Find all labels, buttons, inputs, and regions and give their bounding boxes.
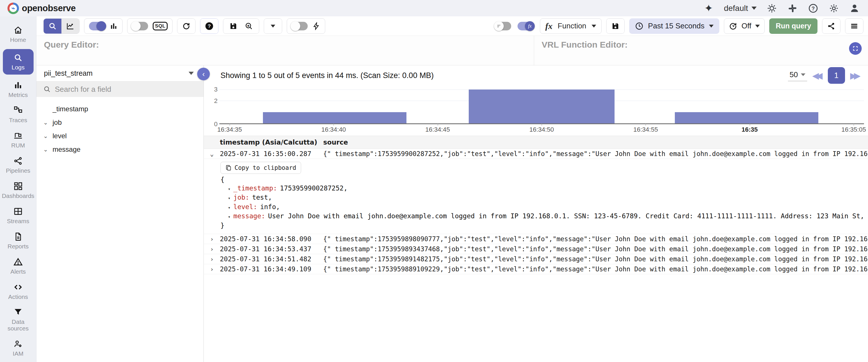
expand-row-icon[interactable]: › — [204, 245, 220, 253]
chevron-down-icon — [755, 25, 760, 28]
field-item-timestamp[interactable]: _timestamp — [36, 102, 204, 116]
collapse-row-icon[interactable]: ⌄ — [204, 150, 220, 158]
table-row[interactable]: › 2025-07-31 16:34:51.482 {"_timestamp":… — [204, 254, 868, 264]
visualize-mode-button[interactable] — [61, 19, 79, 34]
field-search-input[interactable] — [55, 85, 197, 94]
reset-filters-button[interactable] — [177, 19, 195, 34]
function-dropdown[interactable]: fx Function — [540, 19, 601, 34]
more-options-button[interactable] — [845, 19, 863, 34]
sidebar-item-logs[interactable]: Logs — [3, 49, 34, 74]
saved-views-dropdown[interactable] — [264, 19, 282, 34]
run-query-button[interactable]: Run query — [769, 19, 817, 34]
x-axis-label: 16:35 — [742, 126, 758, 133]
page-size-select[interactable]: 50 — [788, 70, 807, 81]
field-item-message[interactable]: ⌄ message — [36, 142, 204, 156]
auto-refresh-dropdown[interactable]: Off — [724, 19, 765, 34]
saved-searches-button[interactable]: ★ — [241, 19, 259, 34]
sidebar-item-rum[interactable]: RUM — [2, 129, 35, 150]
expand-editor-button[interactable] — [849, 42, 862, 55]
field-item-job[interactable]: ⌄ job — [36, 116, 204, 129]
sidebar-item-label: Pipelines — [6, 167, 30, 174]
app-header: openobserve ✦ default ? — [0, 0, 868, 17]
help-icon[interactable]: ? — [808, 3, 818, 14]
table-row[interactable]: › 2025-07-31 16:34:53.437 {"_timestamp":… — [204, 244, 868, 254]
events-histogram[interactable]: 023 16:34:3516:34:4016:34:4516:34:5016:3… — [204, 86, 868, 133]
table-row[interactable]: › 2025-07-31 16:34:58.090 {"_timestamp":… — [204, 234, 868, 244]
sidebar-item-label: Metrics — [8, 92, 28, 98]
theme-toggle-icon[interactable] — [766, 3, 777, 14]
current-page-button[interactable]: 1 — [828, 67, 845, 84]
sidebar-item-dashboards[interactable]: Dashboards — [2, 179, 35, 201]
prev-page-button[interactable]: ◀◀ — [812, 71, 823, 80]
histogram-plot[interactable] — [219, 90, 864, 124]
expand-row-icon[interactable]: › — [204, 256, 220, 263]
histogram-bar[interactable] — [469, 90, 614, 123]
sidebar-item-home[interactable]: Home — [2, 24, 35, 45]
table-row[interactable]: › 2025-07-31 16:34:49.109 {"_timestamp":… — [204, 264, 868, 274]
x-axis-tick — [229, 123, 230, 126]
brand[interactable]: openobserve — [7, 3, 75, 14]
sidebar-item-traces[interactable]: Traces — [2, 104, 35, 125]
time-range-picker[interactable]: Past 15 Seconds — [629, 19, 720, 34]
sql-mode-toggle[interactable] — [132, 22, 148, 30]
sidebar-item-iam[interactable]: IAM — [2, 337, 35, 359]
sidebar-item-metrics[interactable]: Metrics — [2, 78, 35, 100]
stream-selector[interactable]: pii_test_stream — [36, 65, 204, 81]
table-row[interactable]: ⌄ 2025-07-31 16:35:00.287 {"_timestamp":… — [204, 149, 868, 159]
next-page-button[interactable]: ▶▶ — [850, 71, 861, 80]
sidebar-nav: Home Logs Metrics Traces RUM Pipelines D… — [0, 17, 36, 362]
vrl-function-editor[interactable]: VRL Function Editor: — [534, 36, 868, 65]
json-key: _timestamp: — [234, 184, 277, 193]
expand-row-icon[interactable]: › — [204, 266, 220, 273]
sparkle-ai-icon[interactable]: ✦ — [703, 3, 714, 14]
json-entry[interactable]: ▾ job: test, — [220, 193, 868, 203]
expand-row-icon[interactable]: › — [204, 235, 220, 243]
sidebar-item-alerts[interactable]: Alerts — [2, 255, 35, 276]
save-search-button[interactable] — [223, 19, 241, 34]
chevron-down-icon: ▾ — [228, 194, 230, 203]
search-mode-button[interactable] — [43, 19, 61, 34]
chevron-down-icon: ▾ — [228, 213, 230, 222]
copy-to-clipboard-button[interactable]: Copy to clipboard — [220, 162, 301, 174]
json-key: job: — [234, 193, 249, 202]
query-help-button[interactable]: ? — [200, 19, 218, 34]
sidebar-item-actions[interactable]: Actions — [2, 281, 35, 302]
sidebar-item-data-sources[interactable]: Data sources — [2, 306, 35, 333]
x-axis-label: 16:34:35 — [217, 126, 242, 133]
sidebar-item-label: Alerts — [10, 268, 26, 275]
x-axis-label: 16:34:45 — [425, 126, 450, 133]
org-selector[interactable]: default — [724, 4, 756, 13]
lightning-icon — [312, 22, 320, 30]
quick-mode-toggle[interactable] — [291, 22, 308, 30]
histogram-icon — [110, 22, 118, 30]
settings-gear-icon[interactable] — [828, 3, 839, 14]
chevron-down-icon — [709, 25, 714, 28]
save-function-button[interactable] — [607, 19, 624, 34]
collapse-fields-panel-button[interactable]: ‹ — [197, 68, 210, 80]
share-link-button[interactable] — [823, 19, 840, 34]
vrl-editor-toggle[interactable]: fx — [518, 22, 534, 30]
json-entry[interactable]: ▾ _timestamp: 1753959900287252, — [220, 184, 868, 194]
sidebar-item-streams[interactable]: Streams — [2, 205, 35, 226]
row-timestamp: 2025-07-31 16:35:00.287 — [220, 150, 323, 158]
histogram-toggle[interactable] — [89, 22, 105, 30]
histogram-bar[interactable] — [263, 112, 406, 123]
sidebar-item-label: Traces — [9, 117, 27, 123]
sidebar-item-reports[interactable]: Reports — [2, 230, 35, 251]
user-profile-icon[interactable] — [849, 3, 860, 14]
wrap-lines-toggle[interactable] — [495, 22, 511, 30]
row-source: {"_timestamp":1753959893437468,"job":"te… — [323, 245, 868, 253]
sidebar-item-pipelines[interactable]: Pipelines — [2, 154, 35, 175]
function-dropdown-value: Function — [558, 22, 586, 30]
editors-row: Query Editor: VRL Function Editor: — [36, 36, 868, 65]
json-entry[interactable]: ▾ message: User John Doe with email john… — [220, 212, 868, 222]
chevron-down-icon: ⌄ — [43, 146, 49, 153]
slack-icon[interactable] — [787, 3, 798, 14]
field-item-level[interactable]: ⌄ level — [36, 129, 204, 142]
json-entry[interactable]: ▾ level: info, — [220, 203, 868, 212]
query-editor[interactable]: Query Editor: — [36, 36, 534, 65]
row-timestamp: 2025-07-31 16:34:53.437 — [220, 245, 323, 253]
x-axis-label: 16:34:50 — [529, 126, 554, 133]
histogram-bar[interactable] — [675, 112, 818, 123]
sidebar-item-label: RUM — [11, 142, 25, 149]
